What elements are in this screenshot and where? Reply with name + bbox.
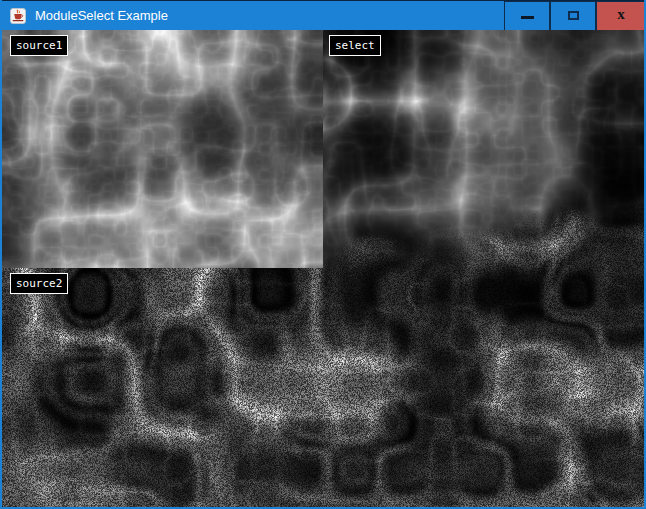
app-window: ModuleSelect Example x source1 select so… [0,0,646,509]
render-area: source1 select source2 [2,30,644,507]
minimize-icon [521,16,534,19]
close-icon: x [617,7,625,22]
label-source1: source1 [10,35,68,56]
minimize-button[interactable] [504,1,550,31]
source2-noise-render [2,268,323,507]
label-source2: source2 [10,273,68,294]
titlebar[interactable]: ModuleSelect Example x [0,0,646,30]
maximize-button[interactable] [550,1,596,31]
close-button[interactable]: x [596,1,646,31]
maximize-icon [568,11,579,20]
source1-noise-render [2,30,323,268]
label-select: select [329,35,381,56]
window-controls: x [504,1,646,31]
java-coffee-cup-icon[interactable] [10,8,26,24]
window-title: ModuleSelect Example [35,8,504,23]
